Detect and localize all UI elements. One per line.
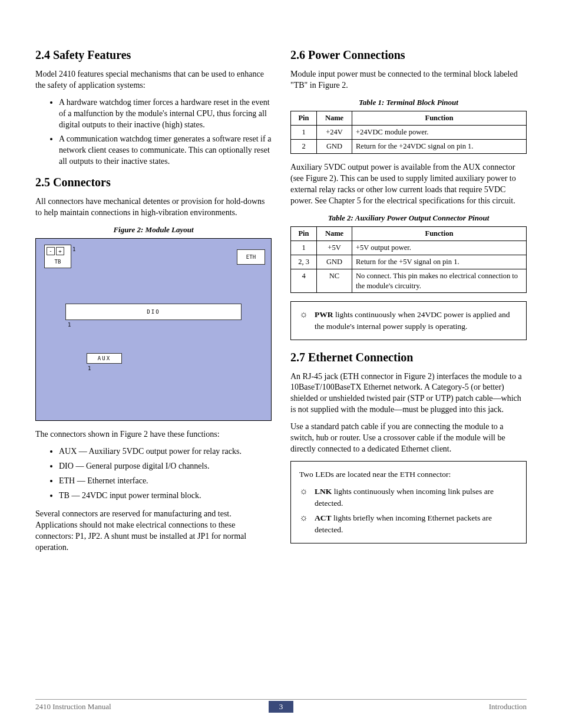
diagram-aux-pin1: 1 [88, 365, 91, 372]
table-2-caption: Table 2: Auxiliary Power Output Connecto… [290, 213, 527, 223]
table-cell: GND [317, 255, 352, 269]
sun-icon: ☼ [299, 512, 310, 535]
figure-2-caption: Figure 2: Module Layout [35, 225, 272, 235]
table-cell: Return for the +24VDC signal on pin 1. [352, 140, 527, 154]
table-row: 1 +24V +24VDC module power. [291, 126, 527, 140]
s24-intro: Model 2410 features special mechanisms t… [35, 69, 272, 91]
table-cell: +5V output power. [352, 241, 527, 255]
act-label: ACT [315, 513, 332, 522]
table-cell: 2, 3 [291, 255, 317, 269]
module-layout-diagram: - + TB 1 ETH DIO 1 AUX 1 [35, 238, 272, 421]
s24-bullet: A communication watchdog timer generates… [59, 134, 272, 167]
right-column: 2.6 Power Connections Module input power… [290, 47, 527, 559]
heading-2-7: 2.7 Ethernet Connection [290, 350, 527, 365]
table-header: Function [352, 227, 527, 241]
diagram-aux-connector: AUX [87, 353, 122, 364]
table-header: Name [317, 227, 352, 241]
page-footer: 2410 Instruction Manual 3 Introduction [35, 701, 527, 713]
table-header: Pin [291, 111, 317, 126]
footer-page-number: 3 [269, 701, 294, 713]
led-intro: Two LEDs are located near the ETH connec… [299, 469, 518, 480]
s26-aux-text: Auxiliary 5VDC output power is available… [290, 162, 527, 207]
table-cell: GND [317, 140, 352, 154]
table-cell: 2 [291, 140, 317, 154]
table-cell: +5V [317, 241, 352, 255]
table-cell: 4 [291, 269, 317, 293]
table-2: Pin Name Function 1 +5V +5V output power… [290, 226, 527, 293]
pwr-note-text: PWR lights continuously when 24VDC power… [315, 309, 518, 332]
lnk-note-text: LNK lights continuously when incoming li… [315, 486, 518, 509]
lnk-label: LNK [315, 487, 332, 496]
lnk-rest: lights continuously when incoming link p… [315, 487, 494, 508]
diagram-dio-pin1: 1 [68, 321, 71, 328]
table-cell: 1 [291, 126, 317, 140]
footer-left: 2410 Instruction Manual [35, 701, 111, 712]
pwr-label: PWR [315, 310, 333, 319]
table-cell: +24VDC module power. [352, 126, 527, 140]
diagram-tb-plus: + [56, 247, 64, 255]
table-cell: 1 [291, 241, 317, 255]
s25-conn-bullet: AUX — Auxiliary 5VDC output power for re… [59, 446, 272, 457]
s25-after-fig: The connectors shown in Figure 2 have th… [35, 429, 272, 440]
diagram-dio-connector: DIO [65, 304, 242, 320]
table-cell: No connect. This pin makes no electrical… [352, 269, 527, 293]
table-row: 2, 3 GND Return for the +5V signal on pi… [291, 255, 527, 269]
table-header: Pin [291, 227, 317, 241]
heading-2-5: 2.5 Connectors [35, 174, 272, 190]
table-1-caption: Table 1: Terminal Block Pinout [290, 97, 527, 108]
act-rest: lights briefly when incoming Ethernet pa… [315, 513, 492, 534]
footer-rule [35, 699, 527, 700]
diagram-tb-label: TB [45, 258, 71, 265]
s27-p2: Use a standard patch cable if you are co… [290, 421, 527, 455]
s25-conn-bullet: ETH — Ethernet interface. [59, 476, 272, 487]
diagram-eth-connector: ETH [237, 249, 265, 265]
table-row: 4 NC No connect. This pin makes no elect… [291, 269, 527, 293]
left-column: 2.4 Safety Features Model 2410 features … [35, 47, 272, 559]
s25-conn-bullet: TB — 24VDC input power terminal block. [59, 490, 272, 502]
heading-2-6: 2.6 Power Connections [290, 47, 527, 63]
pwr-rest: lights continuously when 24VDC power is … [315, 310, 510, 331]
s25-conn-bullets: AUX — Auxiliary 5VDC output power for re… [35, 446, 272, 502]
table-row: 2 GND Return for the +24VDC signal on pi… [291, 140, 527, 154]
s25-conn-bullet: DIO — General purpose digital I/O channe… [59, 461, 272, 472]
led-note-box: Two LEDs are located near the ETH connec… [290, 461, 527, 543]
diagram-tb-minus: - [47, 247, 55, 255]
s25-intro: All connectors have mechanical detentes … [35, 196, 272, 219]
diagram-tb-connector: - + TB [44, 245, 71, 268]
s27-p1: An RJ-45 jack (ETH connector in Figure 2… [290, 371, 527, 416]
s26-intro: Module input power must be connected to … [290, 69, 527, 91]
heading-2-4: 2.4 Safety Features [35, 47, 272, 63]
diagram-tb-pin1: 1 [72, 246, 75, 253]
act-note-text: ACT lights briefly when incoming Etherne… [315, 512, 518, 535]
sun-icon: ☼ [299, 486, 310, 509]
footer-right: Introduction [489, 701, 527, 712]
pwr-note-box: ☼ PWR lights continuously when 24VDC pow… [290, 301, 527, 340]
table-header: Name [317, 111, 352, 126]
table-row: 1 +5V +5V output power. [291, 241, 527, 255]
table-cell: NC [317, 269, 352, 293]
s24-bullet: A hardware watchdog timer forces a hardw… [59, 97, 272, 131]
s25-reserved: Several connectors are reserved for manu… [35, 509, 272, 554]
table-cell: Return for the +5V signal on pin 1. [352, 255, 527, 269]
table-cell: +24V [317, 126, 352, 140]
table-header: Function [352, 111, 527, 126]
table-1: Pin Name Function 1 +24V +24VDC module p… [290, 111, 527, 154]
sun-icon: ☼ [299, 309, 310, 332]
s24-bullets: A hardware watchdog timer forces a hardw… [35, 97, 272, 167]
